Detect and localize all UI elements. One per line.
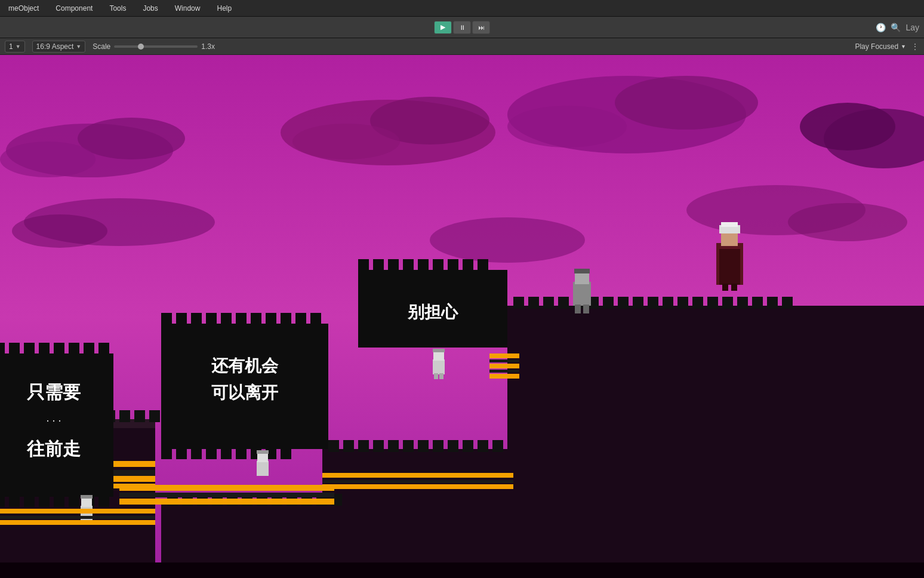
svg-rect-130: [0, 494, 5, 507]
svg-rect-162: [257, 453, 268, 462]
search-icon[interactable]: 🔍: [891, 23, 901, 32]
svg-rect-116: [221, 446, 232, 459]
svg-point-9: [507, 106, 627, 147]
svg-rect-89: [489, 374, 519, 379]
play-button[interactable]: ▶: [434, 21, 452, 34]
svg-rect-158: [433, 349, 445, 352]
svg-rect-146: [574, 269, 590, 273]
svg-rect-52: [403, 440, 414, 452]
svg-rect-76: [767, 297, 778, 309]
svg-rect-33: [134, 410, 145, 422]
svg-text:往前走: 往前走: [26, 439, 81, 459]
svg-rect-92: [373, 259, 384, 272]
svg-rect-70: [677, 297, 688, 309]
svg-rect-84: [119, 499, 334, 505]
svg-rect-173: [0, 562, 924, 578]
svg-rect-114: [191, 446, 202, 459]
toolbar-right: 🕐 🔍 Lay: [876, 23, 919, 32]
svg-point-8: [615, 76, 758, 130]
svg-rect-91: [358, 259, 369, 272]
play-focused-button[interactable]: Play Focused ▼: [855, 42, 906, 51]
history-icon[interactable]: 🕐: [876, 23, 886, 32]
svg-rect-54: [433, 440, 443, 452]
svg-rect-98: [463, 259, 473, 272]
svg-rect-117: [236, 446, 247, 459]
svg-rect-56: [463, 440, 473, 452]
svg-rect-153: [721, 222, 738, 227]
svg-text:可以离开: 可以离开: [211, 383, 279, 402]
aspect-label: 16:9 Aspect: [36, 42, 74, 51]
svg-rect-148: [583, 305, 589, 313]
svg-rect-125: [39, 343, 50, 356]
play-focused-arrow-icon: ▼: [901, 44, 906, 50]
svg-rect-68: [648, 297, 658, 309]
svg-rect-165: [81, 497, 92, 507]
svg-rect-102: [176, 313, 187, 326]
view-toolbar: 1 ▼ 16:9 Aspect ▼ Scale 1.3x Play Focuse…: [0, 38, 924, 55]
svg-rect-86: [489, 359, 519, 362]
game-canvas[interactable]: 只需要 · · · 往前走 还有机会 可以离开 别担心: [0, 55, 924, 578]
svg-rect-34: [149, 410, 160, 422]
aspect-dropdown[interactable]: 16:9 Aspect ▼: [32, 41, 86, 53]
game-scene: 只需要 · · · 往前走 还有机会 可以离开 别担心: [0, 55, 924, 578]
svg-rect-124: [24, 343, 35, 356]
svg-rect-112: [161, 446, 172, 459]
svg-point-3: [0, 142, 96, 177]
svg-rect-154: [722, 284, 728, 291]
svg-rect-155: [731, 284, 737, 291]
svg-rect-161: [257, 461, 269, 476]
svg-rect-47: [328, 440, 339, 452]
svg-point-11: [12, 214, 107, 248]
svg-rect-110: [295, 313, 306, 326]
view-toolbar-right: Play Focused ▼ ⋮: [855, 42, 919, 51]
svg-rect-159: [434, 373, 438, 379]
menu-component[interactable]: Component: [52, 3, 96, 14]
svg-rect-104: [206, 313, 217, 326]
menu-help[interactable]: Help: [213, 3, 235, 14]
menu-jobs[interactable]: Jobs: [139, 3, 161, 14]
play-focused-label: Play Focused: [855, 42, 898, 51]
svg-rect-101: [161, 313, 172, 326]
more-options-icon[interactable]: ⋮: [911, 42, 919, 51]
step-button[interactable]: ⏭: [472, 21, 490, 34]
display-dropdown[interactable]: 1 ▼: [5, 41, 25, 53]
layout-label[interactable]: Lay: [905, 23, 919, 32]
svg-rect-127: [69, 343, 79, 356]
svg-rect-107: [251, 313, 261, 326]
svg-rect-135: [69, 494, 79, 507]
svg-rect-137: [98, 494, 109, 507]
svg-rect-55: [448, 440, 458, 452]
pause-button[interactable]: ⏸: [453, 21, 471, 34]
display-arrow-icon: ▼: [16, 44, 21, 50]
svg-rect-95: [418, 259, 429, 272]
svg-rect-94: [403, 259, 414, 272]
aspect-arrow-icon: ▼: [76, 44, 81, 50]
svg-rect-163: [257, 450, 269, 454]
svg-rect-172: [322, 484, 513, 489]
svg-rect-144: [573, 282, 591, 306]
svg-rect-108: [266, 313, 276, 326]
svg-rect-103: [191, 313, 202, 326]
svg-rect-166: [81, 495, 93, 499]
svg-rect-131: [9, 494, 20, 507]
svg-rect-85: [489, 353, 519, 358]
svg-text:只需要: 只需要: [26, 382, 81, 402]
svg-rect-157: [433, 351, 444, 361]
svg-rect-106: [236, 313, 247, 326]
svg-rect-96: [433, 259, 443, 272]
svg-rect-134: [54, 494, 64, 507]
svg-rect-126: [54, 343, 64, 356]
scale-container: Scale 1.3x: [93, 42, 215, 51]
scale-thumb[interactable]: [138, 44, 144, 50]
svg-rect-83: [119, 493, 334, 497]
svg-rect-58: [492, 440, 503, 452]
svg-rect-72: [707, 297, 718, 309]
svg-rect-105: [221, 313, 232, 326]
menu-window[interactable]: Window: [171, 3, 204, 14]
scale-slider[interactable]: [114, 45, 198, 48]
svg-rect-59: [513, 297, 524, 309]
menu-gameobject[interactable]: meObject: [5, 3, 42, 14]
menu-tools[interactable]: Tools: [106, 3, 130, 14]
play-toolbar: ▶ ⏸ ⏭ 🕐 🔍 Lay: [0, 17, 924, 38]
svg-rect-71: [692, 297, 703, 309]
